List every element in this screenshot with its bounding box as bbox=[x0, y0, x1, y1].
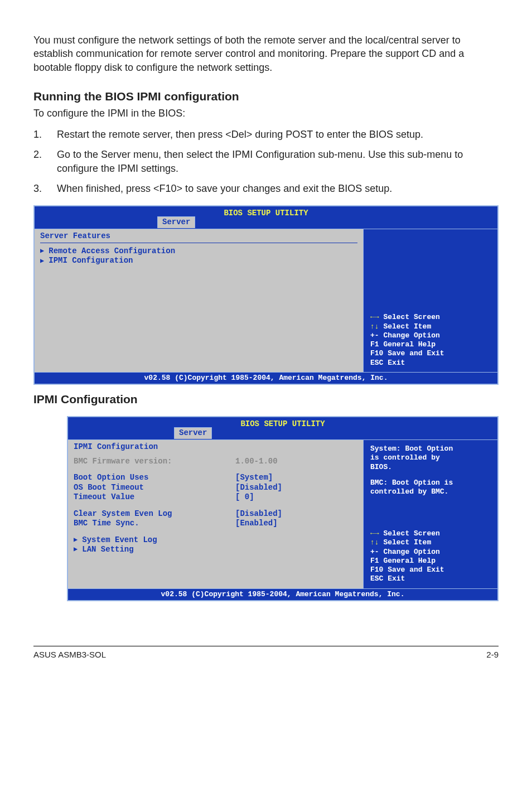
triangle-right-icon: ▶ bbox=[40, 257, 44, 265]
field-label: Boot Option Uses bbox=[74, 473, 235, 483]
step-text: When finished, press <F10> to save your … bbox=[57, 182, 499, 195]
bios-nav-help: Select Screen Select Item +- Change Opti… bbox=[370, 313, 491, 368]
step-number: 1. bbox=[33, 128, 57, 141]
bios-item-label: System Event Log bbox=[82, 535, 157, 545]
bios-title-bar: BIOS SETUP UTILITY Server bbox=[68, 417, 497, 439]
step-1: 1. Restart the remote server, then press… bbox=[33, 128, 499, 141]
bios-left-panel: IPMI Configuration BMC Firmware version:… bbox=[68, 440, 364, 588]
step-3: 3. When finished, press <F10> to save yo… bbox=[33, 182, 499, 195]
field-value: [Disabled] bbox=[235, 509, 357, 519]
footer-product: ASUS ASMB3-SOL bbox=[33, 650, 106, 659]
bios-item-remote-access: ▶ Remote Access Configuration bbox=[40, 247, 357, 257]
bios-copyright-footer: v02.58 (C)Copyright 1985-2004, American … bbox=[35, 372, 497, 384]
section-heading-running-bios: Running the BIOS IPMI configuration bbox=[33, 90, 499, 103]
bios-tab-server: Server bbox=[157, 216, 195, 228]
field-label: Timeout Value bbox=[74, 492, 235, 503]
bios-right-panel: Select Screen Select Item +- Change Opti… bbox=[364, 229, 497, 372]
boot-option-row: Boot Option Uses [System] bbox=[74, 473, 357, 483]
bios-setup-title: BIOS SETUP UTILITY bbox=[35, 207, 497, 219]
bios-panel-title: Server Features bbox=[40, 231, 357, 243]
bios-screenshot-server-features: BIOS SETUP UTILITY Server Server Feature… bbox=[33, 205, 499, 385]
bios-setup-title: BIOS SETUP UTILITY bbox=[68, 418, 497, 429]
field-label: Clear System Even Log bbox=[74, 509, 235, 519]
intro-paragraph: You must configure the network settings … bbox=[33, 33, 499, 74]
triangle-right-icon: ▶ bbox=[40, 247, 44, 255]
help-text-bmc: BMC: Boot Option is controlled by BMC. bbox=[370, 479, 491, 497]
step-text: Go to the Server menu, then select the I… bbox=[57, 148, 499, 175]
bmc-firmware-label: BMC Firmware version: bbox=[74, 457, 235, 467]
bios-panel-title: IPMI Configuration bbox=[74, 442, 357, 453]
field-value: [ 0] bbox=[235, 492, 357, 503]
bios-copyright-footer: v02.58 (C)Copyright 1985-2004, American … bbox=[68, 588, 497, 600]
lead-text: To configure the IPMI in the BIOS: bbox=[33, 107, 499, 120]
clear-system-log-row: Clear System Even Log [Disabled] bbox=[74, 509, 357, 519]
bios-item-label: LAN Setting bbox=[82, 545, 133, 555]
bmc-firmware-row: BMC Firmware version: 1.00-1.00 bbox=[74, 457, 357, 467]
timeout-value-row: Timeout Value [ 0] bbox=[74, 492, 357, 503]
field-value: [Enabled] bbox=[235, 519, 357, 529]
bios-right-panel: System: Boot Option is controlled by BIO… bbox=[364, 440, 497, 588]
field-value: [System] bbox=[235, 473, 357, 483]
step-text: Restart the remote server, then press <D… bbox=[57, 128, 499, 141]
step-2: 2. Go to the Server menu, then select th… bbox=[33, 148, 499, 175]
help-text-system: System: Boot Option is controlled by BIO… bbox=[370, 445, 491, 472]
os-boot-timeout-row: OS Boot Timeout [Disabled] bbox=[74, 483, 357, 493]
triangle-right-icon: ▶ bbox=[74, 536, 78, 544]
section-heading-ipmi-config: IPMI Configuration bbox=[33, 393, 499, 406]
triangle-right-icon: ▶ bbox=[74, 545, 78, 554]
bios-nav-help: Select Screen Select Item +- Change Opti… bbox=[370, 529, 491, 584]
bios-item-system-event-log: ▶ System Event Log bbox=[74, 535, 357, 545]
bios-left-panel: Server Features ▶ Remote Access Configur… bbox=[35, 229, 364, 372]
step-number: 2. bbox=[33, 148, 57, 175]
bios-title-bar: BIOS SETUP UTILITY Server bbox=[35, 206, 497, 229]
field-label: BMC Time Sync. bbox=[74, 519, 235, 529]
step-number: 3. bbox=[33, 182, 57, 195]
bmc-firmware-value: 1.00-1.00 bbox=[235, 457, 357, 467]
bios-item-lan-setting: ▶ LAN Setting bbox=[74, 545, 357, 555]
page-footer: ASUS ASMB3-SOL 2-9 bbox=[33, 646, 499, 659]
field-value: [Disabled] bbox=[235, 483, 357, 493]
bmc-time-sync-row: BMC Time Sync. [Enabled] bbox=[74, 519, 357, 529]
bios-item-label: Remote Access Configuration bbox=[49, 247, 175, 257]
field-label: OS Boot Timeout bbox=[74, 483, 235, 493]
bios-item-label: IPMI Configuration bbox=[49, 256, 133, 266]
bios-screenshot-ipmi-config: BIOS SETUP UTILITY Server IPMI Configura… bbox=[67, 416, 499, 601]
step-list: 1. Restart the remote server, then press… bbox=[33, 128, 499, 195]
footer-page-number: 2-9 bbox=[486, 650, 499, 659]
bios-tab-server: Server bbox=[174, 427, 212, 439]
bios-item-ipmi-config: ▶ IPMI Configuration bbox=[40, 256, 357, 266]
